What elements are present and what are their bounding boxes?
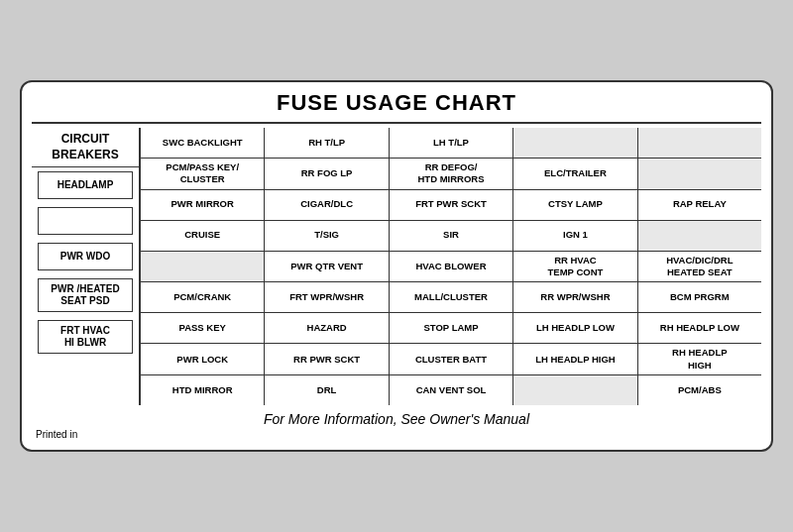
fuse-cell-7-4: RH HEADLPHIGH [638,344,761,374]
fuse-row-1: PCM/PASS KEY/CLUSTER RR FOG LP RR DEFOG/… [141,159,761,190]
right-panel: SWC BACKLIGHT RH T/LP LH T/LP PCM/PASS K… [141,128,761,405]
fuse-cell-1-2: RR DEFOG/HTD MIRRORS [390,159,513,189]
cb-item-pwr-heated: PWR /HEATEDSEAT PSD [38,278,133,312]
fuse-cell-4-1: PWR QTR VENT [265,252,389,282]
fuse-cell-2-1: CIGAR/DLC [265,190,389,220]
fuse-cell-3-1: T/SIG [265,221,389,251]
fuse-cell-0-2: LH T/LP [390,128,513,158]
cb-header: CIRCUITBREAKERS [32,128,139,167]
fuse-cell-2-4: RAP RELAY [638,190,761,220]
footer-small: Printed in [32,429,761,440]
fuse-cell-2-2: FRT PWR SCKT [390,190,513,220]
fuse-cell-1-3: ELC/TRAILER [513,159,637,189]
fuse-cell-5-3: RR WPR/WSHR [513,282,637,312]
fuse-cell-5-0: PCM/CRANK [141,282,265,312]
fuse-cell-6-4: RH HEADLP LOW [638,313,761,343]
fuse-cell-3-2: SIR [390,221,513,251]
fuse-cell-6-3: LH HEADLP LOW [513,313,637,343]
cb-item-pwr-wdo: PWR WDO [38,243,133,270]
fuse-cell-1-1: RR FOG LP [265,159,389,189]
fuse-cell-8-4: PCM/ABS [638,375,761,405]
fuse-row-5: PCM/CRANK FRT WPR/WSHR MALL/CLUSTER RR W… [141,282,761,313]
fuse-cell-0-4 [638,128,761,158]
fuse-cell-6-1: HAZARD [265,313,389,343]
fuse-cell-7-2: CLUSTER BATT [390,344,513,374]
fuse-cell-1-4 [638,159,761,189]
fuse-cell-4-2: HVAC BLOWER [390,252,513,282]
fuse-cell-3-3: IGN 1 [513,221,637,251]
fuse-cell-6-2: STOP LAMP [390,313,513,343]
fuse-cell-8-0: HTD MIRROR [141,375,265,405]
cb-item-frt-hvac: FRT HVACHI BLWR [38,320,133,354]
fuse-cell-4-3: RR HVACTEMP CONT [513,252,637,282]
fuse-row-3: CRUISE T/SIG SIR IGN 1 [141,221,761,252]
fuse-cell-0-3 [513,128,637,158]
fuse-row-7: PWR LOCK RR PWR SCKT CLUSTER BATT LH HEA… [141,344,761,375]
fuse-cell-7-3: LH HEADLP HIGH [513,344,637,374]
fuse-cell-8-2: CAN VENT SOL [390,375,513,405]
fuse-cell-3-4 [638,221,761,251]
fuse-cell-0-0: SWC BACKLIGHT [141,128,265,158]
fuse-cell-6-0: PASS KEY [141,313,265,343]
fuse-cell-2-3: CTSY LAMP [513,190,637,220]
cb-item-empty1 [38,207,133,235]
fuse-row-8: HTD MIRROR DRL CAN VENT SOL PCM/ABS [141,375,761,405]
fuse-cell-5-4: BCM PRGRM [638,282,761,312]
fuse-row-2: PWR MIRROR CIGAR/DLC FRT PWR SCKT CTSY L… [141,190,761,221]
fuse-cell-3-0: CRUISE [141,221,265,251]
chart-container: FUSE USAGE CHART CIRCUITBREAKERS HEADLAM… [20,80,773,452]
fuse-row-0: SWC BACKLIGHT RH T/LP LH T/LP [141,128,761,159]
cb-item-headlamp: HEADLAMP [38,171,133,199]
fuse-cell-8-3 [513,375,637,405]
fuse-cell-5-2: MALL/CLUSTER [390,282,513,312]
fuse-cell-7-0: PWR LOCK [141,344,265,374]
fuse-cell-2-0: PWR MIRROR [141,190,265,220]
left-panel: CIRCUITBREAKERS HEADLAMP PWR WDO PWR /HE… [32,128,141,405]
fuse-cell-8-1: DRL [265,375,389,405]
fuse-cell-4-4: HVAC/DIC/DRLHEATED SEAT [638,252,761,282]
fuse-row-4: PWR QTR VENT HVAC BLOWER RR HVACTEMP CON… [141,252,761,283]
chart-title: FUSE USAGE CHART [32,90,761,124]
fuse-cell-1-0: PCM/PASS KEY/CLUSTER [141,159,265,189]
fuse-cell-7-1: RR PWR SCKT [265,344,389,374]
fuse-cell-0-1: RH T/LP [265,128,389,158]
fuse-cell-4-0 [141,252,265,282]
chart-body: CIRCUITBREAKERS HEADLAMP PWR WDO PWR /HE… [32,128,761,405]
footer-text: For More Information, See Owner's Manual [32,411,761,427]
fuse-cell-5-1: FRT WPR/WSHR [265,282,389,312]
fuse-row-6: PASS KEY HAZARD STOP LAMP LH HEADLP LOW … [141,313,761,344]
